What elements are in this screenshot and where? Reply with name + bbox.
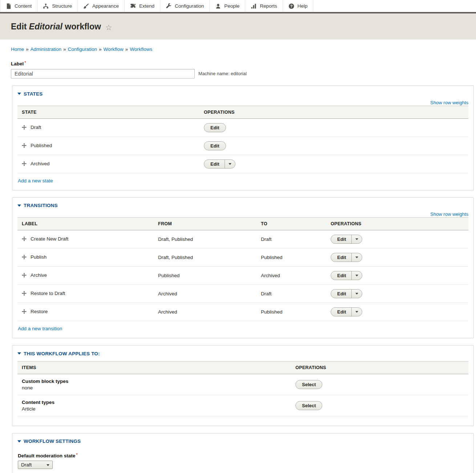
transitions-column-from: FROM bbox=[154, 218, 257, 230]
toolbar-item-label: People bbox=[224, 3, 239, 9]
show-row-weights-link[interactable]: Show row weights bbox=[430, 211, 468, 217]
file-icon bbox=[6, 3, 11, 9]
drag-handle-icon[interactable] bbox=[22, 255, 27, 260]
breadcrumb-separator: » bbox=[63, 47, 66, 52]
applies-item-title: Custom block types bbox=[22, 379, 287, 384]
toolbar-item-configuration[interactable]: Configuration bbox=[160, 0, 210, 12]
breadcrumb-link-home[interactable]: Home bbox=[11, 47, 24, 52]
dropdown-toggle-button[interactable] bbox=[225, 160, 235, 168]
edit-split-button: Edit bbox=[331, 253, 362, 262]
paintbrush-icon bbox=[83, 3, 89, 9]
drag-handle-icon[interactable] bbox=[22, 291, 27, 297]
edit-button[interactable]: Edit bbox=[204, 141, 226, 150]
table-row: Content types Article Select bbox=[17, 395, 468, 416]
dropdown-toggle-button[interactable] bbox=[351, 253, 362, 262]
edit-split-button: Edit bbox=[331, 271, 362, 280]
default-moderation-state-label: Default moderation state bbox=[18, 453, 75, 458]
toolbar-item-extend[interactable]: Extend bbox=[125, 0, 160, 12]
transitions-column-label: LABEL bbox=[17, 218, 154, 230]
breadcrumb-separator: » bbox=[26, 47, 29, 52]
chevron-down-icon bbox=[355, 293, 358, 295]
drag-handle-icon[interactable] bbox=[22, 236, 27, 242]
dropdown-toggle-button[interactable] bbox=[351, 308, 362, 316]
required-marker: * bbox=[24, 60, 26, 65]
applies-to-title: THIS WORKFLOW APPLIES TO: bbox=[24, 351, 100, 356]
applies-to-table: ITEMS OPERATIONS Custom block types none… bbox=[17, 361, 468, 416]
collapse-arrow-icon bbox=[17, 440, 21, 442]
breadcrumb-link-workflow[interactable]: Workflow bbox=[103, 47, 123, 52]
edit-button[interactable]: Edit bbox=[331, 308, 351, 316]
drag-handle-icon[interactable] bbox=[22, 125, 27, 131]
admin-toolbar: Content Structure Appearance Extend Conf… bbox=[0, 0, 476, 13]
edit-button[interactable]: Edit bbox=[331, 235, 351, 243]
favorite-star-icon[interactable]: ☆ bbox=[105, 23, 112, 32]
transition-label: Publish bbox=[31, 254, 47, 260]
toolbar-item-reports[interactable]: Reports bbox=[245, 0, 283, 12]
chevron-down-icon bbox=[355, 311, 358, 313]
drag-handle-icon[interactable] bbox=[22, 161, 27, 167]
dropdown-toggle-button[interactable] bbox=[351, 290, 362, 298]
breadcrumb-link-configuration[interactable]: Configuration bbox=[68, 47, 97, 52]
toolbar-item-structure[interactable]: Structure bbox=[37, 0, 78, 12]
label-input[interactable] bbox=[11, 69, 195, 78]
toolbar-item-label: Configuration bbox=[175, 3, 204, 9]
show-row-weights-link[interactable]: Show row weights bbox=[430, 100, 468, 105]
drag-handle-icon[interactable] bbox=[22, 143, 27, 149]
transition-to: Draft bbox=[257, 285, 326, 303]
applies-item-value: Article bbox=[22, 406, 287, 412]
default-moderation-state-select-wrap: Draft bbox=[18, 461, 53, 469]
dropdown-toggle-button[interactable] bbox=[351, 271, 362, 280]
machine-name-text: Machine name: editorial bbox=[198, 71, 247, 76]
transition-to: Published bbox=[257, 303, 326, 321]
toolbar-item-label: Help bbox=[298, 3, 308, 9]
breadcrumb: Home»Administration»Configuration»Workfl… bbox=[11, 47, 465, 52]
drag-handle-icon[interactable] bbox=[22, 273, 27, 279]
collapse-arrow-icon bbox=[17, 352, 21, 355]
table-row: Published Edit bbox=[17, 137, 468, 155]
default-moderation-state-select[interactable]: Draft bbox=[18, 461, 53, 469]
edit-button[interactable]: Edit bbox=[204, 123, 226, 132]
workflow-settings-summary[interactable]: WORKFLOW SETTINGS bbox=[17, 438, 81, 444]
puzzle-icon bbox=[130, 3, 136, 9]
states-summary[interactable]: STATES bbox=[17, 91, 43, 97]
applies-to-fieldset: THIS WORKFLOW APPLIES TO: ITEMS OPERATIO… bbox=[12, 345, 474, 426]
transitions-summary[interactable]: TRANSITIONS bbox=[17, 203, 58, 208]
toolbar-item-appearance[interactable]: Appearance bbox=[78, 0, 125, 12]
states-column-operations: OPERATIONS bbox=[199, 106, 468, 118]
person-icon bbox=[215, 3, 221, 9]
state-name: Published bbox=[31, 143, 52, 148]
edit-button[interactable]: Edit bbox=[331, 271, 351, 280]
edit-split-button: Edit bbox=[204, 159, 235, 169]
edit-split-button: Edit bbox=[331, 235, 362, 244]
transition-label: Restore to Draft bbox=[31, 291, 65, 296]
transition-to: Archived bbox=[257, 267, 326, 285]
toolbar-item-label: Appearance bbox=[92, 3, 119, 9]
edit-button[interactable]: Edit bbox=[331, 253, 351, 262]
svg-text:?: ? bbox=[290, 4, 292, 8]
select-button[interactable]: Select bbox=[295, 380, 322, 389]
breadcrumb-link-workflows[interactable]: Workflows bbox=[130, 47, 152, 52]
breadcrumb-separator: » bbox=[125, 47, 128, 52]
table-row: Publish Draft, Published Published Edit bbox=[17, 248, 468, 267]
question-icon: ? bbox=[289, 3, 294, 9]
wrench-icon bbox=[166, 3, 172, 9]
applies-column-items: ITEMS bbox=[17, 361, 291, 374]
edit-button[interactable]: Edit bbox=[204, 160, 225, 168]
toolbar-item-content[interactable]: Content bbox=[0, 0, 37, 12]
edit-split-button: Edit bbox=[331, 289, 362, 298]
drag-handle-icon[interactable] bbox=[22, 309, 27, 315]
add-new-state-link[interactable]: Add a new state bbox=[18, 178, 53, 183]
select-button[interactable]: Select bbox=[295, 401, 322, 410]
states-fieldset: STATES Show row weights STATE OPERATIONS… bbox=[12, 85, 474, 190]
transition-to: Draft bbox=[257, 230, 326, 248]
toolbar-item-people[interactable]: People bbox=[210, 0, 245, 12]
dropdown-toggle-button[interactable] bbox=[351, 235, 362, 243]
edit-button[interactable]: Edit bbox=[331, 290, 351, 298]
applies-to-summary[interactable]: THIS WORKFLOW APPLIES TO: bbox=[17, 351, 100, 356]
table-row: Custom block types none Select bbox=[17, 374, 468, 395]
table-row: Restore to Draft Archived Draft Edit bbox=[17, 285, 468, 303]
transitions-column-to: TO bbox=[257, 218, 326, 230]
add-new-transition-link[interactable]: Add a new transition bbox=[18, 326, 62, 331]
breadcrumb-link-administration[interactable]: Administration bbox=[31, 47, 62, 52]
toolbar-item-help[interactable]: ? Help bbox=[283, 0, 314, 12]
